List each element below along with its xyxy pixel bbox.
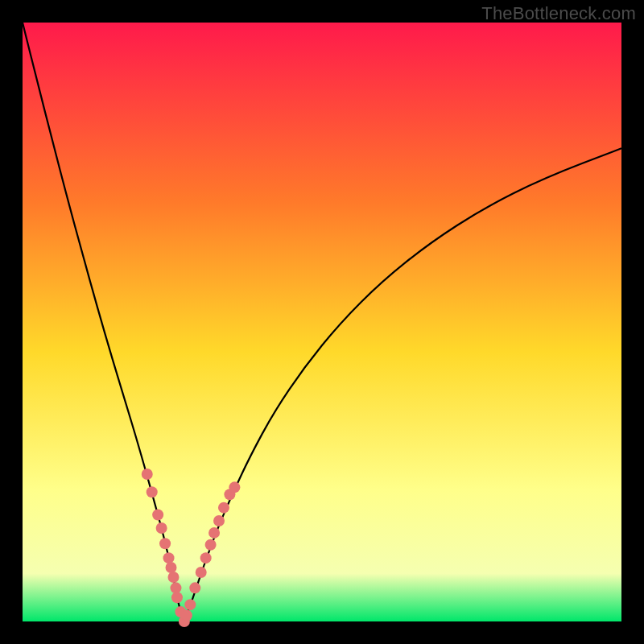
data-marker (196, 567, 207, 578)
data-marker (159, 538, 171, 549)
data-marker (184, 599, 196, 610)
data-marker (189, 582, 200, 593)
data-marker (147, 486, 158, 497)
data-marker (218, 502, 229, 514)
data-marker (208, 527, 220, 539)
data-marker (200, 552, 212, 564)
data-marker (229, 481, 240, 493)
chart-svg (23, 23, 621, 621)
chart-frame: TheBottleneck.com (0, 0, 644, 644)
data-marker (163, 552, 175, 564)
data-marker (142, 469, 153, 480)
data-marker (171, 592, 183, 603)
data-marker (167, 572, 179, 583)
data-marker (213, 515, 225, 526)
data-marker (152, 510, 163, 521)
plot-area (23, 23, 621, 621)
right-curve (184, 148, 621, 621)
data-marker (205, 539, 217, 551)
data-marker (181, 610, 192, 621)
data-marker (156, 522, 167, 534)
marker-group (142, 469, 241, 627)
watermark-text: TheBottleneck.com (481, 3, 636, 24)
data-marker (170, 582, 181, 593)
data-marker (166, 562, 177, 573)
